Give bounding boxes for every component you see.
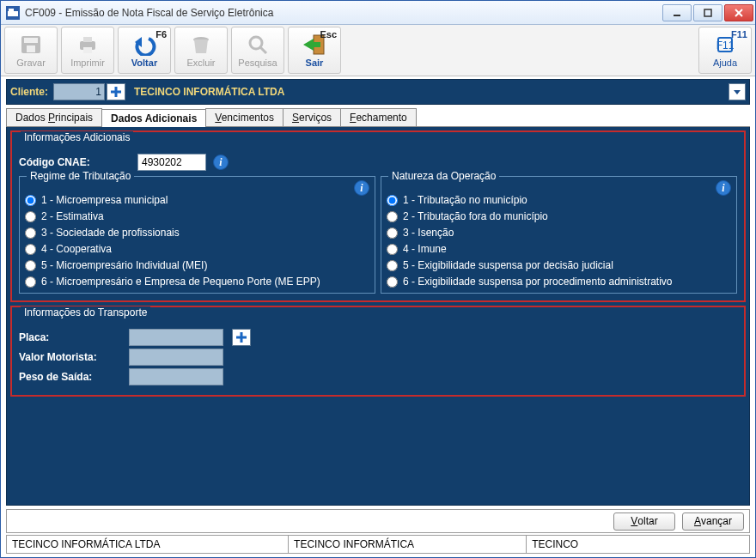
peso-saida-input[interactable] xyxy=(129,368,223,385)
search-icon xyxy=(244,33,271,57)
regime-option-4[interactable]: 4 - Cooperativa xyxy=(25,243,369,255)
valor-motorista-input[interactable] xyxy=(129,349,223,366)
toolbar-label: Imprimir xyxy=(70,58,105,68)
peso-saida-label: Peso de Saída: xyxy=(19,371,122,383)
regime-option-1[interactable]: 1 - Microempresa municipal xyxy=(25,194,369,206)
undo-icon xyxy=(131,33,158,57)
valor-motorista-label: Valor Motorista: xyxy=(19,351,122,363)
informacoes-transporte-group: Informações do Transporte Placa: Valor M… xyxy=(10,306,746,397)
tab-servicos[interactable]: Serviços xyxy=(283,108,341,126)
gravar-button[interactable]: Gravar xyxy=(4,27,58,74)
status-cell: TECINCO INFORMÁTICA LTDA xyxy=(6,535,289,554)
toolbar-label: Sair xyxy=(306,58,324,68)
toolbar-label: Excluir xyxy=(186,58,215,68)
shortcut-label: F6 xyxy=(155,29,167,39)
status-bar: TECINCO INFORMÁTICA LTDA TECINCO INFORMÁ… xyxy=(6,535,750,554)
svg-rect-0 xyxy=(8,11,18,16)
regime-option-3[interactable]: 3 - Sociedade de profissionais xyxy=(25,227,369,239)
client-name: TECINCO INFORMÁTICA LTDA xyxy=(134,86,284,98)
svg-rect-11 xyxy=(83,47,92,53)
placa-add-button[interactable] xyxy=(232,329,251,346)
regime-option-2[interactable]: 2 - Estimativa xyxy=(25,210,369,222)
group-legend: Natureza da Operação xyxy=(388,170,499,182)
close-button[interactable] xyxy=(724,4,753,21)
ajuda-button[interactable]: F11 F11 Ajuda xyxy=(698,27,752,74)
natureza-operacao-group: Natureza da Operação i 1 - Tributação no… xyxy=(381,176,737,294)
tab-dados-adicionais[interactable]: Dados Adicionais xyxy=(101,109,206,127)
imprimir-button[interactable]: Imprimir xyxy=(61,27,114,74)
voltar-button[interactable]: F6 Voltar xyxy=(118,27,171,74)
trash-icon xyxy=(187,33,215,57)
shortcut-label: F11 xyxy=(731,29,747,39)
natureza-option-2[interactable]: 2 - Tributação fora do município xyxy=(387,210,731,222)
client-label: Cliente: xyxy=(10,86,48,98)
toolbar-label: Gravar xyxy=(16,58,46,68)
pesquisa-button[interactable]: Pesquisa xyxy=(231,27,284,74)
toolbar-label: Pesquisa xyxy=(238,58,277,68)
toolbar-label: Voltar xyxy=(131,58,157,68)
natureza-option-3[interactable]: 3 - Isenção xyxy=(387,227,731,239)
app-window: CF009 - Emissão de Nota Fiscal de Serviç… xyxy=(0,0,756,558)
tab-dados-principais[interactable]: Dados Principais xyxy=(6,108,102,126)
natureza-option-1[interactable]: 1 - Tributação no município xyxy=(387,194,731,206)
cnae-label: Código CNAE: xyxy=(19,156,131,168)
sair-button[interactable]: Esc Sair xyxy=(288,27,341,74)
excluir-button[interactable]: Excluir xyxy=(174,27,228,74)
cnae-input[interactable] xyxy=(137,154,206,171)
status-cell: TECINCO INFORMÁTICA xyxy=(289,535,527,554)
natureza-option-5[interactable]: 5 - Exigibilidade suspensa por decisão j… xyxy=(387,259,731,271)
svg-rect-8 xyxy=(27,45,35,52)
app-icon xyxy=(6,6,20,20)
svg-rect-25 xyxy=(236,337,247,339)
regime-tributacao-group: Regime de Tributação i 1 - Microempresa … xyxy=(19,176,375,294)
informacoes-adicionais-group: Informações Adicionais Código CNAE: i Re… xyxy=(10,130,746,302)
svg-rect-7 xyxy=(24,38,38,43)
svg-marker-23 xyxy=(734,90,741,94)
svg-rect-10 xyxy=(83,37,92,42)
tab-vencimentos[interactable]: Vencimentos xyxy=(205,108,284,126)
svg-line-15 xyxy=(260,47,266,53)
status-cell: TECINCO xyxy=(527,535,750,554)
tab-strip: Dados Principais Dados Adicionais Vencim… xyxy=(6,108,750,127)
svg-rect-3 xyxy=(704,9,711,16)
window-title: CF009 - Emissão de Nota Fiscal de Serviç… xyxy=(25,7,661,19)
group-legend: Regime de Tributação xyxy=(27,170,134,182)
shortcut-label: Esc xyxy=(320,29,337,39)
voltar-wizard-button[interactable]: Voltar xyxy=(613,513,675,531)
info-icon[interactable]: i xyxy=(354,180,369,196)
natureza-option-6[interactable]: 6 - Exigibilidade suspensa por procedime… xyxy=(387,276,731,288)
client-dropdown-button[interactable] xyxy=(729,83,746,100)
svg-text:F11: F11 xyxy=(716,39,735,52)
wizard-nav-bar: Voltar Avançar xyxy=(6,509,750,533)
print-icon xyxy=(74,33,101,57)
minimize-button[interactable] xyxy=(662,4,692,21)
save-icon xyxy=(17,33,45,57)
client-add-button[interactable] xyxy=(107,83,125,100)
placa-input[interactable] xyxy=(129,329,223,346)
maximize-button[interactable] xyxy=(693,4,722,21)
svg-rect-22 xyxy=(111,91,121,94)
tab-fechamento[interactable]: Fechamento xyxy=(340,108,417,126)
toolbar: Gravar Imprimir F6 Voltar Excluir Pesq xyxy=(1,25,755,76)
regime-option-6[interactable]: 6 - Microempresário e Empresa de Pequeno… xyxy=(25,276,369,288)
client-bar: Cliente: TECINCO INFORMÁTICA LTDA xyxy=(6,79,750,105)
main-panel: Informações Adicionais Código CNAE: i Re… xyxy=(6,127,750,506)
title-bar: CF009 - Emissão de Nota Fiscal de Serviç… xyxy=(1,1,755,25)
placa-label: Placa: xyxy=(19,331,122,343)
natureza-option-4[interactable]: 4 - Imune xyxy=(387,243,731,255)
toolbar-label: Ajuda xyxy=(713,58,737,68)
info-icon[interactable]: i xyxy=(213,155,229,170)
group-legend: Informações Adicionais xyxy=(21,131,133,143)
client-id-input[interactable] xyxy=(53,83,105,100)
window-controls xyxy=(661,4,753,21)
info-icon[interactable]: i xyxy=(716,180,731,196)
regime-option-5[interactable]: 5 - Microempresário Individual (MEI) xyxy=(25,259,369,271)
svg-point-14 xyxy=(250,37,262,49)
svg-rect-1 xyxy=(9,9,14,11)
avancar-wizard-button[interactable]: Avançar xyxy=(682,513,744,531)
group-legend: Informações do Transporte xyxy=(21,306,150,318)
